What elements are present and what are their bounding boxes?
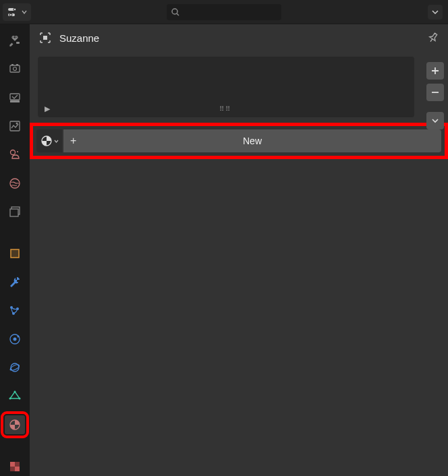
constraints-icon (8, 361, 22, 374)
material-icon (8, 418, 22, 432)
material-icon (40, 135, 53, 147)
svg-rect-38 (43, 36, 47, 40)
new-material-button[interactable]: + New (63, 129, 441, 152)
scene-icon (8, 148, 22, 161)
svg-rect-7 (10, 65, 20, 72)
material-new-row: + New (36, 129, 441, 152)
svg-rect-35 (15, 462, 20, 467)
plus-icon (430, 66, 440, 76)
svg-point-32 (9, 397, 11, 399)
browse-material-button[interactable] (36, 129, 62, 152)
tool-icon (8, 34, 22, 47)
wrench-icon (8, 275, 22, 289)
plus-icon: + (70, 135, 76, 147)
svg-point-14 (16, 123, 18, 125)
new-material-label: New (63, 136, 441, 146)
svg-rect-6 (16, 42, 20, 44)
viewlayer-icon (8, 119, 22, 133)
drag-handle-icon[interactable]: ⠿⠿ (219, 105, 231, 113)
slot-controls (426, 62, 444, 129)
object-name: Suzanne (59, 32, 99, 44)
editor-type-selector[interactable] (3, 3, 31, 21)
svg-point-4 (172, 9, 177, 14)
tab-output[interactable] (5, 88, 25, 107)
search-input[interactable] (167, 4, 281, 20)
slot-specials-menu[interactable] (426, 112, 444, 129)
minus-icon (430, 88, 440, 97)
tab-texture[interactable] (5, 457, 25, 476)
slots-panel-footer: ▶ ⠿⠿ (45, 105, 408, 113)
svg-point-10 (13, 67, 17, 71)
physics-icon (8, 332, 22, 346)
tab-constraints[interactable] (5, 358, 25, 377)
svg-rect-12 (10, 100, 20, 102)
texture-icon (8, 460, 22, 473)
svg-rect-11 (10, 94, 20, 100)
svg-rect-13 (10, 121, 20, 131)
properties-icon (7, 6, 19, 18)
mesh-icon (8, 390, 22, 403)
svg-point-31 (19, 397, 21, 399)
svg-point-15 (11, 150, 16, 155)
svg-rect-36 (10, 467, 15, 471)
svg-point-29 (10, 369, 12, 371)
chevron-down-icon (22, 9, 27, 15)
svg-rect-34 (10, 462, 15, 467)
tab-material[interactable] (5, 415, 25, 434)
tab-render[interactable] (5, 59, 25, 78)
tab-collection[interactable] (5, 202, 25, 221)
object-icon (8, 247, 22, 260)
object-header: Suzanne (30, 24, 448, 51)
svg-point-3 (9, 13, 12, 16)
tab-world[interactable] (5, 174, 25, 193)
properties-content: Suzanne ▶ ⠿⠿ (30, 24, 448, 476)
output-icon (8, 91, 22, 105)
add-slot-button[interactable] (426, 62, 444, 80)
tab-tool[interactable] (5, 31, 25, 50)
svg-rect-8 (11, 64, 13, 65)
svg-point-1 (13, 8, 16, 11)
svg-rect-9 (16, 64, 18, 65)
search-icon (171, 7, 180, 17)
pin-icon (426, 31, 440, 44)
particles-icon (8, 304, 22, 318)
svg-line-5 (177, 13, 179, 16)
expand-icon[interactable]: ▶ (45, 105, 50, 113)
tab-viewlayer[interactable] (5, 117, 25, 136)
svg-point-26 (18, 335, 20, 337)
svg-point-30 (14, 390, 16, 392)
chevron-down-icon (431, 117, 439, 125)
remove-slot-button[interactable] (426, 84, 444, 101)
svg-point-16 (17, 151, 18, 152)
tab-scene[interactable] (5, 145, 25, 164)
property-tabs (0, 24, 30, 476)
tab-data[interactable] (5, 386, 25, 405)
svg-point-25 (13, 337, 17, 340)
svg-rect-19 (10, 209, 18, 216)
object-datablock-icon (38, 30, 53, 45)
material-slots-list[interactable]: ▶ ⠿⠿ (38, 57, 414, 117)
options-dropdown[interactable] (428, 5, 443, 20)
tab-object[interactable] (5, 244, 25, 263)
tab-particles[interactable] (5, 301, 25, 320)
tab-modifiers[interactable] (5, 272, 25, 291)
collection-icon (8, 205, 22, 218)
world-icon (8, 177, 22, 190)
svg-rect-20 (11, 249, 19, 258)
tab-physics[interactable] (5, 330, 25, 349)
chevron-down-icon (432, 9, 439, 16)
pin-button[interactable] (426, 31, 440, 44)
chevron-down-icon (54, 139, 59, 144)
render-icon (8, 62, 22, 76)
svg-rect-37 (15, 467, 20, 471)
properties-topbar (0, 0, 448, 24)
